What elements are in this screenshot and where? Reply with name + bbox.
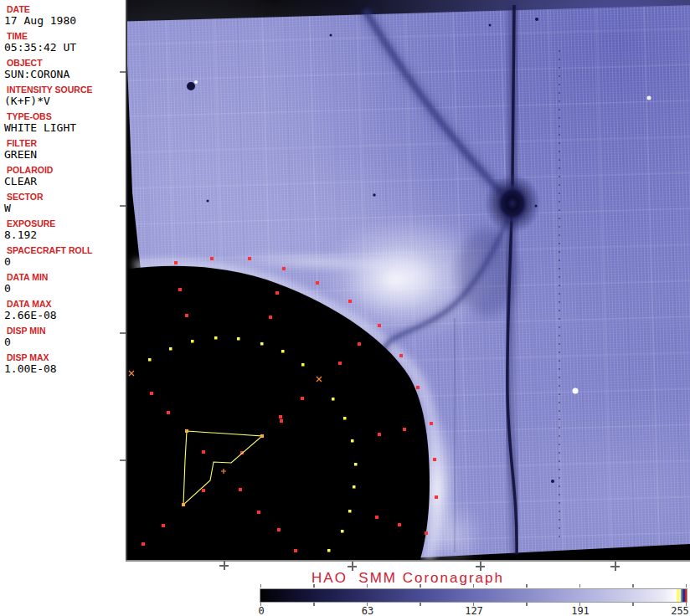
- field-label: DATA MAX: [7, 299, 126, 309]
- field-label: TYPE-OBS: [7, 111, 126, 121]
- image-axis-tick-left: [120, 71, 126, 73]
- colorbar-tick-label: 63: [362, 605, 373, 616]
- field-value: 2.66E-08: [4, 310, 126, 321]
- image-axis-tick-left: [120, 332, 126, 334]
- colorbar-tick-label: 255: [671, 605, 689, 616]
- image-axis-tick-left: [120, 205, 126, 207]
- metadata-field: EXPOSURE8.192: [0, 218, 126, 241]
- metadata-field: FILTERGREEN: [0, 138, 126, 161]
- image-axis-tick-bottom: [610, 562, 620, 571]
- field-value: 0: [4, 336, 126, 348]
- field-value: 8.192: [4, 229, 126, 241]
- metadata-field: OBJECTSUN:CORONA: [0, 58, 126, 80]
- metadata-field: DISP MIN0: [0, 326, 126, 348]
- colorbar: [260, 588, 687, 603]
- colorbar-tick-label: 0: [258, 605, 264, 616]
- colorbar-tick-label: 127: [465, 605, 483, 616]
- colorbar-tick-label: 191: [571, 605, 590, 616]
- white-star-dot: [573, 388, 579, 394]
- image-axis-tick-bottom: [219, 561, 229, 570]
- coronagraph-image-area: [126, 0, 690, 562]
- field-label: DATE: [7, 4, 126, 14]
- coronagraph-image: [126, 0, 690, 562]
- field-label: FILTER: [7, 138, 126, 148]
- field-label: DATA MIN: [7, 272, 126, 282]
- metadata-field: TYPE-OBSWHITE LIGHT: [0, 111, 126, 134]
- field-value: 1.00E-08: [4, 363, 126, 375]
- field-label: SPACECRAFT ROLL: [7, 245, 126, 255]
- image-axis-bottom: [126, 560, 690, 562]
- polygon-vertex-marker: [260, 434, 264, 438]
- image-axis-tick-bottom: [348, 562, 357, 571]
- metadata-field: SPACECRAFT ROLL0: [0, 245, 126, 268]
- field-label: DISP MIN: [7, 326, 126, 336]
- field-label: SECTOR: [7, 192, 126, 202]
- field-value: 0: [4, 256, 126, 268]
- field-value: WHITE LIGHT: [4, 122, 126, 134]
- colorbar-ticks-top: [260, 584, 687, 588]
- metadata-field: TIME05:35:42 UT: [0, 31, 126, 54]
- image-axis-tick-left: [120, 459, 126, 461]
- field-value: 17 Aug 1980: [4, 15, 126, 27]
- field-label: OBJECT: [7, 58, 126, 68]
- metadata-field: DATA MAX2.66E-08: [0, 299, 126, 321]
- metadata-field: INTENSITY SOURCE(K+F)*V: [0, 85, 126, 107]
- metadata-field: DATE17 Aug 1980: [0, 4, 126, 27]
- image-axis-tick-bottom: [476, 562, 485, 571]
- field-value: SUN:CORONA: [4, 69, 126, 80]
- field-label: TIME: [7, 31, 126, 41]
- pylon-blob: [495, 183, 530, 223]
- field-label: EXPOSURE: [7, 218, 126, 228]
- metadata-sidebar: DATE17 Aug 1980 TIME05:35:42 UT OBJECTSU…: [0, 0, 126, 616]
- metadata-field: DATA MIN0: [0, 272, 126, 295]
- white-star-dot: [647, 96, 651, 100]
- field-value: CLEAR: [4, 176, 126, 187]
- smm-coronagraph-viewer: { "sidebar": { "fields": [ {"label": "DA…: [0, 0, 690, 616]
- polygon-vertex-marker: [185, 429, 188, 433]
- field-value: 05:35:42 UT: [4, 42, 126, 54]
- field-value: 0: [4, 283, 126, 295]
- field-value: GREEN: [4, 149, 126, 161]
- metadata-field: DISP MAX1.00E-08: [0, 352, 126, 375]
- field-value: W: [4, 203, 126, 214]
- field-value: (K+F)*V: [4, 95, 126, 107]
- metadata-field: SECTORW: [0, 192, 126, 214]
- field-label: POLAROID: [7, 165, 126, 175]
- metadata-field: POLAROIDCLEAR: [0, 165, 126, 187]
- image-border-left: [126, 0, 127, 562]
- field-label: INTENSITY SOURCE: [7, 85, 126, 95]
- polygon-vertex-marker: [182, 503, 185, 506]
- field-label: DISP MAX: [7, 352, 126, 362]
